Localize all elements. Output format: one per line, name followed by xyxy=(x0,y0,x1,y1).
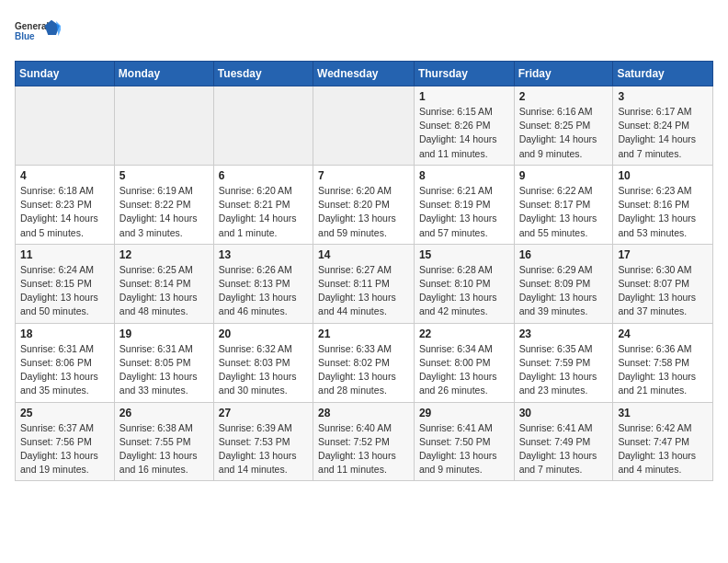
day-number: 15 xyxy=(419,248,509,261)
day-cell: 29Sunrise: 6:41 AM Sunset: 7:50 PM Dayli… xyxy=(414,402,514,481)
day-info: Sunrise: 6:38 AM Sunset: 7:55 PM Dayligh… xyxy=(119,421,209,477)
day-cell: 15Sunrise: 6:28 AM Sunset: 8:10 PM Dayli… xyxy=(414,244,514,323)
day-number: 7 xyxy=(318,169,409,182)
day-number: 22 xyxy=(419,327,509,340)
week-row-5: 25Sunrise: 6:37 AM Sunset: 7:56 PM Dayli… xyxy=(16,402,713,481)
day-info: Sunrise: 6:41 AM Sunset: 7:49 PM Dayligh… xyxy=(519,421,609,477)
logo: General Blue xyxy=(15,15,61,52)
day-number: 27 xyxy=(219,407,308,419)
day-info: Sunrise: 6:19 AM Sunset: 8:22 PM Dayligh… xyxy=(119,184,209,240)
day-number: 25 xyxy=(20,407,109,419)
weekday-header-wednesday: Wednesday xyxy=(313,62,415,86)
day-info: Sunrise: 6:34 AM Sunset: 8:00 PM Dayligh… xyxy=(419,342,509,398)
day-cell xyxy=(213,86,313,166)
day-cell: 16Sunrise: 6:29 AM Sunset: 8:09 PM Dayli… xyxy=(514,244,613,323)
day-info: Sunrise: 6:24 AM Sunset: 8:15 PM Dayligh… xyxy=(20,263,109,319)
day-cell: 21Sunrise: 6:33 AM Sunset: 8:02 PM Dayli… xyxy=(313,323,415,402)
day-cell: 24Sunrise: 6:36 AM Sunset: 7:58 PM Dayli… xyxy=(613,323,713,402)
day-info: Sunrise: 6:21 AM Sunset: 8:19 PM Dayligh… xyxy=(419,184,509,240)
day-number: 23 xyxy=(519,327,609,340)
day-number: 10 xyxy=(618,169,708,182)
day-cell: 17Sunrise: 6:30 AM Sunset: 8:07 PM Dayli… xyxy=(613,244,713,323)
day-cell: 18Sunrise: 6:31 AM Sunset: 8:06 PM Dayli… xyxy=(16,323,115,402)
weekday-header-saturday: Saturday xyxy=(613,62,713,86)
day-number: 12 xyxy=(119,248,209,261)
week-row-2: 4Sunrise: 6:18 AM Sunset: 8:23 PM Daylig… xyxy=(16,165,713,244)
day-info: Sunrise: 6:41 AM Sunset: 7:50 PM Dayligh… xyxy=(419,421,509,477)
day-number: 14 xyxy=(318,248,409,261)
day-cell: 14Sunrise: 6:27 AM Sunset: 8:11 PM Dayli… xyxy=(313,244,415,323)
day-cell: 8Sunrise: 6:21 AM Sunset: 8:19 PM Daylig… xyxy=(414,165,514,244)
week-row-4: 18Sunrise: 6:31 AM Sunset: 8:06 PM Dayli… xyxy=(16,323,713,402)
svg-text:Blue: Blue xyxy=(15,31,35,41)
calendar: SundayMondayTuesdayWednesdayThursdayFrid… xyxy=(15,61,713,481)
day-cell: 20Sunrise: 6:32 AM Sunset: 8:03 PM Dayli… xyxy=(213,323,313,402)
day-info: Sunrise: 6:18 AM Sunset: 8:23 PM Dayligh… xyxy=(20,184,109,240)
weekday-header-row: SundayMondayTuesdayWednesdayThursdayFrid… xyxy=(16,62,713,86)
day-info: Sunrise: 6:33 AM Sunset: 8:02 PM Dayligh… xyxy=(318,342,409,398)
day-info: Sunrise: 6:31 AM Sunset: 8:05 PM Dayligh… xyxy=(119,342,209,398)
day-number: 4 xyxy=(20,169,109,182)
day-cell: 28Sunrise: 6:40 AM Sunset: 7:52 PM Dayli… xyxy=(313,402,415,481)
day-cell: 27Sunrise: 6:39 AM Sunset: 7:53 PM Dayli… xyxy=(213,402,313,481)
day-cell: 6Sunrise: 6:20 AM Sunset: 8:21 PM Daylig… xyxy=(213,165,313,244)
day-info: Sunrise: 6:15 AM Sunset: 8:26 PM Dayligh… xyxy=(419,105,509,161)
day-info: Sunrise: 6:20 AM Sunset: 8:21 PM Dayligh… xyxy=(219,184,308,240)
day-number: 5 xyxy=(119,169,209,182)
day-cell: 9Sunrise: 6:22 AM Sunset: 8:17 PM Daylig… xyxy=(514,165,613,244)
day-cell: 3Sunrise: 6:17 AM Sunset: 8:24 PM Daylig… xyxy=(613,86,713,166)
day-number: 31 xyxy=(618,407,708,419)
day-number: 19 xyxy=(119,327,209,340)
day-info: Sunrise: 6:28 AM Sunset: 8:10 PM Dayligh… xyxy=(419,263,509,319)
svg-text:General: General xyxy=(15,21,49,31)
day-number: 9 xyxy=(519,169,609,182)
day-number: 28 xyxy=(318,407,409,419)
weekday-header-friday: Friday xyxy=(514,62,613,86)
day-cell: 10Sunrise: 6:23 AM Sunset: 8:16 PM Dayli… xyxy=(613,165,713,244)
day-cell: 2Sunrise: 6:16 AM Sunset: 8:25 PM Daylig… xyxy=(514,86,613,166)
weekday-header-monday: Monday xyxy=(114,62,213,86)
logo-svg: General Blue xyxy=(15,15,61,52)
day-number: 17 xyxy=(618,248,708,261)
day-cell xyxy=(16,86,115,166)
day-info: Sunrise: 6:26 AM Sunset: 8:13 PM Dayligh… xyxy=(219,263,308,319)
weekday-header-sunday: Sunday xyxy=(16,62,115,86)
day-info: Sunrise: 6:20 AM Sunset: 8:20 PM Dayligh… xyxy=(318,184,409,240)
day-info: Sunrise: 6:39 AM Sunset: 7:53 PM Dayligh… xyxy=(219,421,308,477)
day-number: 21 xyxy=(318,327,409,340)
week-row-3: 11Sunrise: 6:24 AM Sunset: 8:15 PM Dayli… xyxy=(16,244,713,323)
day-number: 1 xyxy=(419,90,509,103)
day-info: Sunrise: 6:17 AM Sunset: 8:24 PM Dayligh… xyxy=(618,105,708,161)
day-number: 16 xyxy=(519,248,609,261)
day-info: Sunrise: 6:27 AM Sunset: 8:11 PM Dayligh… xyxy=(318,263,409,319)
day-number: 18 xyxy=(20,327,109,340)
day-cell: 19Sunrise: 6:31 AM Sunset: 8:05 PM Dayli… xyxy=(114,323,213,402)
day-number: 29 xyxy=(419,407,509,419)
day-info: Sunrise: 6:42 AM Sunset: 7:47 PM Dayligh… xyxy=(618,421,708,477)
day-cell: 11Sunrise: 6:24 AM Sunset: 8:15 PM Dayli… xyxy=(16,244,115,323)
day-number: 24 xyxy=(618,327,708,340)
day-info: Sunrise: 6:36 AM Sunset: 7:58 PM Dayligh… xyxy=(618,342,708,398)
day-cell: 7Sunrise: 6:20 AM Sunset: 8:20 PM Daylig… xyxy=(313,165,415,244)
day-info: Sunrise: 6:23 AM Sunset: 8:16 PM Dayligh… xyxy=(618,184,708,240)
day-cell xyxy=(313,86,415,166)
day-cell: 31Sunrise: 6:42 AM Sunset: 7:47 PM Dayli… xyxy=(613,402,713,481)
day-number: 26 xyxy=(119,407,209,419)
day-info: Sunrise: 6:37 AM Sunset: 7:56 PM Dayligh… xyxy=(20,421,109,477)
day-number: 11 xyxy=(20,248,109,261)
day-cell: 23Sunrise: 6:35 AM Sunset: 7:59 PM Dayli… xyxy=(514,323,613,402)
day-number: 20 xyxy=(219,327,308,340)
day-info: Sunrise: 6:30 AM Sunset: 8:07 PM Dayligh… xyxy=(618,263,708,319)
weekday-header-thursday: Thursday xyxy=(414,62,514,86)
day-cell: 22Sunrise: 6:34 AM Sunset: 8:00 PM Dayli… xyxy=(414,323,514,402)
day-number: 6 xyxy=(219,169,308,182)
day-info: Sunrise: 6:35 AM Sunset: 7:59 PM Dayligh… xyxy=(519,342,609,398)
day-number: 8 xyxy=(419,169,509,182)
day-cell: 4Sunrise: 6:18 AM Sunset: 8:23 PM Daylig… xyxy=(16,165,115,244)
day-info: Sunrise: 6:22 AM Sunset: 8:17 PM Dayligh… xyxy=(519,184,609,240)
weekday-header-tuesday: Tuesday xyxy=(213,62,313,86)
day-cell: 13Sunrise: 6:26 AM Sunset: 8:13 PM Dayli… xyxy=(213,244,313,323)
day-number: 2 xyxy=(519,90,609,103)
day-info: Sunrise: 6:29 AM Sunset: 8:09 PM Dayligh… xyxy=(519,263,609,319)
day-cell: 5Sunrise: 6:19 AM Sunset: 8:22 PM Daylig… xyxy=(114,165,213,244)
